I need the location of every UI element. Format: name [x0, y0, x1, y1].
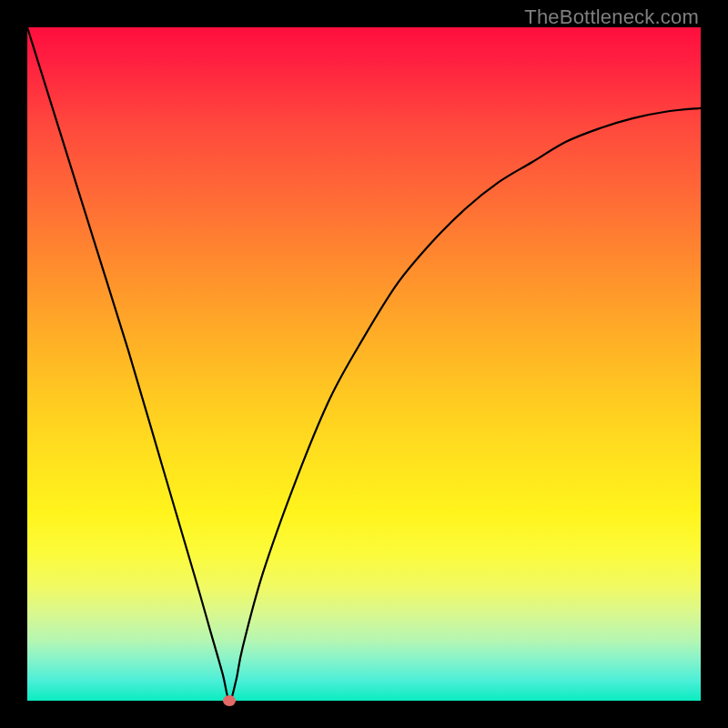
watermark-text: TheBottleneck.com [524, 5, 699, 29]
curve-layer [27, 27, 701, 701]
minimum-marker [223, 695, 236, 706]
chart-frame: TheBottleneck.com [0, 0, 728, 728]
bottleneck-curve [27, 27, 701, 701]
plot-area [27, 27, 701, 701]
